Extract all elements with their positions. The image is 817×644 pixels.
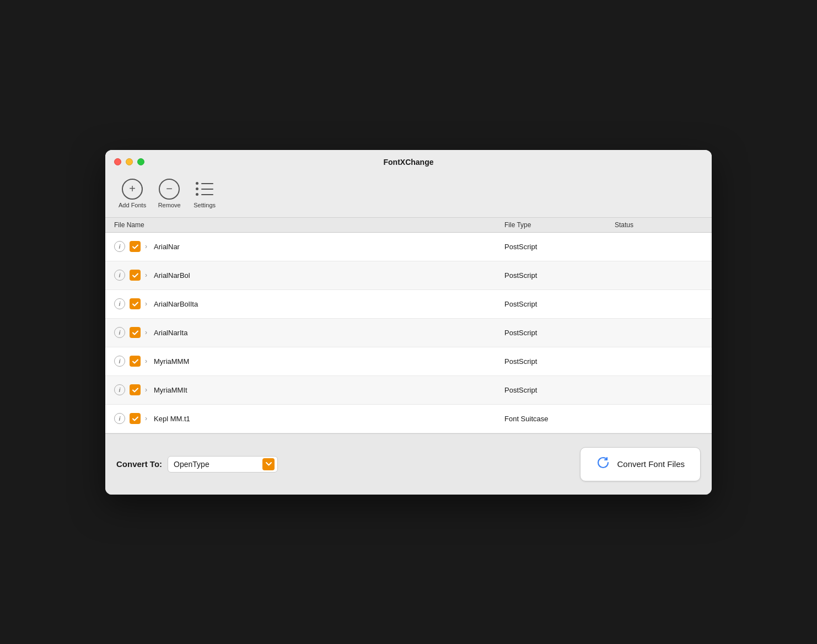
row-name-col: i › MyriaMMM [114, 356, 504, 367]
col-header-name: File Name [114, 221, 504, 229]
row-filetype: PostScript [504, 300, 615, 308]
row-checkbox[interactable] [130, 413, 141, 424]
chevron-right-icon: › [145, 386, 147, 394]
maximize-button[interactable] [137, 158, 144, 165]
row-name-col: i › ArialNarBolIta [114, 298, 504, 309]
chevron-right-icon: › [145, 243, 147, 250]
row-filename: MyriaMMIt [154, 386, 187, 394]
table-row: i › Kepl MM.t1 Font Suitcase [105, 405, 712, 433]
footer: Convert To: OpenTypeTrueTypePostScript C… [105, 433, 712, 495]
row-filename: ArialNarIta [154, 329, 187, 337]
row-filename: Kepl MM.t1 [154, 415, 190, 423]
convert-to-group: Convert To: OpenTypeTrueTypePostScript [116, 456, 278, 473]
chevron-right-icon: › [145, 329, 147, 336]
convert-btn-label: Convert Font Files [617, 459, 685, 469]
table-row: i › ArialNarIta PostScript [105, 319, 712, 347]
row-checkbox[interactable] [130, 241, 141, 252]
chevron-right-icon: › [145, 271, 147, 279]
convert-select-wrapper: OpenTypeTrueTypePostScript [168, 456, 278, 473]
table-row: i › ArialNarBolIta PostScript [105, 290, 712, 319]
row-checkbox[interactable] [130, 356, 141, 367]
info-icon[interactable]: i [114, 327, 125, 338]
window-title: FontXChange [384, 158, 434, 167]
chevron-right-icon: › [145, 300, 147, 308]
settings-icon [194, 179, 215, 200]
row-filename: ArialNarBolIta [154, 300, 198, 308]
row-filetype: PostScript [504, 386, 615, 394]
remove-label: Remove [158, 202, 181, 208]
convert-button[interactable]: Convert Font Files [580, 447, 701, 481]
info-icon[interactable]: i [114, 270, 125, 281]
row-filetype: PostScript [504, 271, 615, 280]
row-name-col: i › Kepl MM.t1 [114, 413, 504, 424]
row-filename: ArialNarBol [154, 271, 190, 280]
settings-label: Settings [194, 202, 216, 208]
row-name-col: i › MyriaMMIt [114, 384, 504, 395]
row-filetype: PostScript [504, 357, 615, 366]
chevron-right-icon: › [145, 357, 147, 365]
table-row: i › ArialNarBol PostScript [105, 261, 712, 290]
row-filetype: PostScript [504, 329, 615, 337]
table-body: i › ArialNar PostScript i › [105, 233, 712, 433]
info-icon[interactable]: i [114, 413, 125, 424]
add-icon: + [122, 179, 143, 200]
table-row: i › ArialNar PostScript [105, 233, 712, 261]
minimize-button[interactable] [126, 158, 133, 165]
refresh-icon [596, 455, 610, 473]
info-icon[interactable]: i [114, 384, 125, 395]
app-window: FontXChange + Add Fonts − Remove Setti [105, 150, 712, 495]
toolbar: + Add Fonts − Remove Settings [105, 172, 712, 218]
remove-button[interactable]: − Remove [153, 176, 186, 211]
remove-icon: − [159, 179, 180, 200]
info-icon[interactable]: i [114, 356, 125, 367]
row-filetype: PostScript [504, 243, 615, 251]
table-header: File Name File Type Status [105, 218, 712, 233]
settings-button[interactable]: Settings [188, 176, 221, 211]
table-row: i › MyriaMMIt PostScript [105, 376, 712, 405]
row-checkbox[interactable] [130, 327, 141, 338]
row-checkbox[interactable] [130, 270, 141, 281]
col-header-type: File Type [504, 221, 615, 229]
row-name-col: i › ArialNarBol [114, 270, 504, 281]
convert-select[interactable]: OpenTypeTrueTypePostScript [168, 456, 278, 473]
col-header-status: Status [615, 221, 703, 229]
row-name-col: i › ArialNar [114, 241, 504, 252]
traffic-lights [114, 158, 144, 165]
convert-to-label: Convert To: [116, 459, 162, 469]
table-row: i › MyriaMMM PostScript [105, 347, 712, 376]
info-icon[interactable]: i [114, 241, 125, 252]
add-fonts-button[interactable]: + Add Fonts [114, 176, 150, 211]
info-icon[interactable]: i [114, 298, 125, 309]
row-filename: ArialNar [154, 243, 180, 251]
chevron-right-icon: › [145, 415, 147, 422]
add-fonts-label: Add Fonts [119, 202, 146, 208]
row-name-col: i › ArialNarIta [114, 327, 504, 338]
row-checkbox[interactable] [130, 298, 141, 309]
close-button[interactable] [114, 158, 121, 165]
row-filetype: Font Suitcase [504, 415, 615, 423]
titlebar: FontXChange [105, 150, 712, 172]
row-checkbox[interactable] [130, 384, 141, 395]
row-filename: MyriaMMM [154, 357, 189, 366]
